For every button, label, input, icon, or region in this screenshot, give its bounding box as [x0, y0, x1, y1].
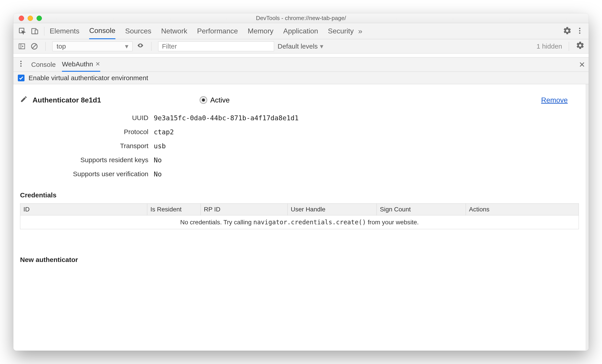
console-settings-icon[interactable] [576, 41, 585, 52]
main-tabstrip: Elements Console Sources Network Perform… [13, 23, 589, 39]
console-toolbar: top ▾ Default levels ▾ 1 hidden [13, 39, 589, 54]
svg-point-9 [140, 45, 141, 46]
log-levels-label: Default levels [278, 43, 318, 50]
col-signcount[interactable]: Sign Count [377, 203, 466, 215]
divider [569, 42, 569, 51]
active-radio[interactable] [200, 96, 207, 104]
new-authenticator-heading: New authenticator [20, 256, 579, 264]
minimize-window-button[interactable] [28, 16, 33, 21]
context-value: top [57, 43, 66, 50]
close-window-button[interactable] [19, 16, 24, 21]
inspect-element-icon[interactable] [16, 25, 29, 37]
device-toolbar-icon[interactable] [29, 25, 41, 37]
tab-console[interactable]: Console [89, 23, 115, 39]
enable-virtual-auth-label: Enable virtual authenticator environment [29, 74, 148, 82]
drawer-tab-label: Console [31, 61, 56, 68]
svg-point-3 [579, 28, 580, 29]
panel-gap [13, 54, 589, 57]
prop-value-userver: No [154, 170, 579, 178]
tab-performance[interactable]: Performance [197, 23, 238, 39]
console-sidebar-toggle-icon[interactable] [17, 42, 26, 51]
divider [45, 42, 46, 51]
edit-name-icon[interactable] [20, 95, 28, 105]
more-options-icon[interactable] [576, 27, 584, 36]
drawer-menu-icon[interactable] [17, 60, 25, 69]
drawer-tabstrip: Console WebAuthn ✕ ✕ [13, 57, 589, 72]
prop-value-protocol: ctap2 [154, 128, 579, 136]
tab-elements[interactable]: Elements [50, 23, 79, 39]
remove-authenticator-link[interactable]: Remove [541, 96, 568, 104]
authenticator-header: Authenticator 8e1d1 Active Remove [20, 95, 579, 105]
enable-virtual-auth-row: Enable virtual authenticator environment [13, 72, 589, 84]
filter-input[interactable] [158, 42, 274, 51]
prop-label-uuid: UUID [20, 114, 154, 122]
tab-network[interactable]: Network [161, 23, 187, 39]
credentials-heading: Credentials [20, 191, 579, 199]
prop-label-protocol: Protocol [20, 128, 154, 136]
live-expression-icon[interactable] [136, 42, 145, 50]
table-empty-row: No credentials. Try calling navigator.cr… [20, 215, 579, 229]
hidden-messages-count[interactable]: 1 hidden [537, 43, 562, 50]
col-id[interactable]: ID [20, 203, 147, 215]
tab-application[interactable]: Application [283, 23, 318, 39]
active-label: Active [210, 96, 230, 104]
context-selector[interactable]: top ▾ [52, 42, 133, 51]
authenticator-name: Authenticator 8e1d1 [32, 96, 101, 104]
log-levels-selector[interactable]: Default levels ▾ [278, 42, 323, 50]
enable-virtual-auth-checkbox[interactable] [18, 75, 24, 81]
tab-security[interactable]: Security [328, 23, 354, 39]
drawer-tab-console[interactable]: Console [31, 57, 56, 72]
prop-value-uuid: 9e3a15fc-0da0-44bc-871b-a4f17da8e1d1 [154, 114, 579, 122]
svg-point-4 [579, 30, 580, 32]
chevron-down-icon: ▾ [125, 42, 128, 50]
col-rpid[interactable]: RP ID [201, 203, 288, 215]
credentials-table: ID Is Resident RP ID User Handle Sign Co… [20, 203, 579, 229]
prop-value-transport: usb [154, 142, 579, 150]
divider [151, 42, 151, 51]
authenticator-properties: UUID 9e3a15fc-0da0-44bc-871b-a4f17da8e1d… [20, 114, 579, 178]
svg-point-10 [20, 61, 22, 62]
empty-credentials-message: No credentials. Try calling navigator.cr… [20, 215, 579, 229]
webauthn-panel: Authenticator 8e1d1 Active Remove UUID 9… [13, 84, 589, 351]
prop-label-userver: Supports user verification [20, 170, 154, 178]
settings-icon[interactable] [563, 26, 572, 36]
prop-label-resident: Supports resident keys [20, 156, 154, 164]
zoom-window-button[interactable] [37, 16, 42, 21]
prop-label-transport: Transport [20, 142, 154, 150]
svg-rect-2 [35, 30, 38, 34]
more-tabs-button[interactable]: » [358, 27, 362, 35]
drawer-tab-webauthn[interactable]: WebAuthn ✕ [62, 57, 100, 72]
prop-value-resident: No [154, 156, 579, 164]
col-actions[interactable]: Actions [466, 203, 579, 215]
close-drawer-icon[interactable]: ✕ [579, 60, 585, 69]
close-tab-icon[interactable]: ✕ [95, 61, 100, 67]
devtools-window: DevTools - chrome://new-tab-page/ Elemen… [13, 13, 589, 351]
table-header-row: ID Is Resident RP ID User Handle Sign Co… [20, 203, 579, 215]
tab-memory[interactable]: Memory [248, 23, 274, 39]
window-title: DevTools - chrome://new-tab-page/ [13, 15, 589, 21]
col-userhandle[interactable]: User Handle [288, 203, 377, 215]
svg-rect-6 [19, 44, 25, 49]
svg-line-8 [32, 44, 36, 48]
titlebar: DevTools - chrome://new-tab-page/ [13, 13, 589, 23]
window-controls [13, 16, 42, 21]
svg-point-11 [20, 63, 22, 64]
svg-point-12 [20, 65, 22, 67]
drawer-tab-label: WebAuthn [62, 60, 93, 68]
clear-console-icon[interactable] [30, 42, 39, 51]
col-resident[interactable]: Is Resident [147, 203, 201, 215]
tab-sources[interactable]: Sources [125, 23, 151, 39]
chevron-down-icon: ▾ [320, 42, 323, 50]
svg-point-5 [579, 32, 580, 34]
